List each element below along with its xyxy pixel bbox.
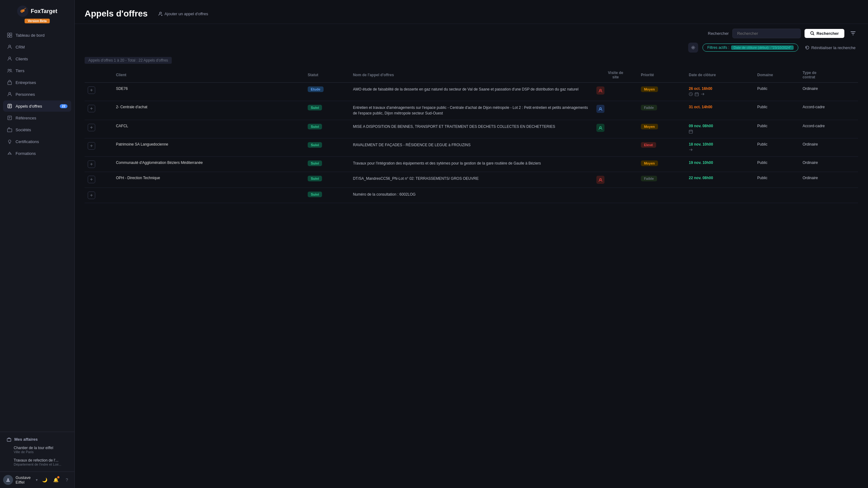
theme-toggle-button[interactable]: 🌙: [40, 476, 49, 484]
foxtarget-logo-icon: [17, 6, 28, 17]
date-value: 31 oct. 14h00: [689, 105, 712, 109]
sidebar-item-label: Tableau de bord: [16, 33, 44, 38]
cell-statut: Suivi: [305, 138, 350, 157]
table-row[interactable]: +CAFCLSuiviMISE A DISPOSITION DE BENNES,…: [85, 120, 858, 138]
table-row[interactable]: +SDE76EtudeAMO étude de faisabilité de l…: [85, 83, 858, 101]
cell-domaine: Public: [754, 83, 800, 101]
filter-active-label: Filtres actifs :: [707, 45, 729, 50]
cell-type: Ordinaire: [800, 138, 858, 157]
help-button[interactable]: ?: [63, 476, 71, 484]
statut-badge: Suivi: [308, 142, 322, 148]
row-add-button[interactable]: +: [88, 161, 95, 168]
sidebar-item-personnes[interactable]: Personnes: [3, 89, 71, 100]
cell-statut: Suivi: [305, 172, 350, 188]
search-button[interactable]: Rechercher: [805, 29, 844, 38]
table-row[interactable]: +2- Centrale d'achatSuiviEntretien et tr…: [85, 101, 858, 120]
main-content: Appels d'offres Ajouter un appel d'offre…: [75, 0, 868, 488]
sidebar-item-tableau-de-bord[interactable]: Tableau de bord: [3, 30, 71, 41]
formations-icon: [7, 151, 12, 156]
cell-priorite: Elevé: [638, 138, 686, 157]
statut-badge: Suivi: [308, 124, 322, 129]
cell-date: 22 nov. 08h00: [686, 172, 754, 188]
affair-title: Travaux de refection de l'...: [14, 458, 67, 462]
svg-point-7: [9, 57, 10, 59]
notification-bell-icon[interactable]: 🔔: [51, 476, 60, 484]
cell-client: CAFCL: [113, 120, 305, 138]
affair-subtitle: Département de l'indre et Loir...: [14, 462, 67, 466]
entreprises-icon: [7, 79, 12, 85]
sidebar-item-appels-doffres[interactable]: Appels d'offres 22: [3, 100, 71, 112]
svg-rect-10: [8, 82, 11, 85]
version-badge: Version Beta: [25, 19, 50, 23]
cell-domaine: Public: [754, 157, 800, 172]
cell-nom: Entretien et travaux d'aménagements sur …: [350, 101, 593, 120]
sidebar-item-societes[interactable]: Sociétés: [3, 124, 71, 135]
sidebar-item-clients[interactable]: Clients: [3, 53, 71, 64]
sidebar-item-formations[interactable]: Formations: [3, 148, 71, 159]
sidebar-item-label: Appels d'offres: [16, 104, 42, 108]
col-priorite: Priorité: [638, 67, 686, 83]
svg-rect-4: [7, 35, 9, 37]
sidebar-item-tiers[interactable]: Tiers: [3, 65, 71, 76]
cell-statut: Etude: [305, 83, 350, 101]
date-value: 19 nov. 10h00: [689, 161, 713, 165]
sidebar-item-entreprises[interactable]: Entreprises: [3, 77, 71, 88]
row-add-button[interactable]: +: [88, 124, 95, 131]
row-add-button[interactable]: +: [88, 87, 95, 94]
affair-title: Chantier de la tour eiffel: [14, 446, 67, 450]
table-row[interactable]: +OPH - Direction TechniqueSuiviDT/SA_Man…: [85, 172, 858, 188]
cell-client: SDE76: [113, 83, 305, 101]
cell-type: Ordinaire: [800, 157, 858, 172]
affair-item-1[interactable]: Travaux de refection de l'... Départemen…: [3, 456, 71, 468]
date-value: 18 nov. 10h00: [689, 142, 713, 147]
sidebar-item-crm[interactable]: CRM: [3, 41, 71, 53]
table-row[interactable]: +Communauté d'Agglomération Béziers Médi…: [85, 157, 858, 172]
row-add-button[interactable]: +: [88, 105, 95, 112]
sidebar-item-references[interactable]: Références: [3, 112, 71, 124]
sidebar: FoxTarget Version Beta Tableau de bord C…: [0, 0, 75, 488]
table-count: Appels d'offres 1 à 20 - Total : 22 Appe…: [85, 57, 172, 64]
cell-type: [800, 188, 858, 203]
cell-domaine: Public: [754, 172, 800, 188]
table-container: Appels d'offres 1 à 20 - Total : 22 Appe…: [75, 57, 868, 488]
svg-rect-2: [7, 33, 9, 35]
col-statut: Statut: [305, 67, 350, 83]
svg-rect-13: [7, 129, 12, 132]
personnes-icon: [7, 92, 12, 97]
cell-statut: Suivi: [305, 101, 350, 120]
cell-date: 18 nov. 10h00: [686, 138, 754, 157]
table-row[interactable]: +Patrimoine SA LanguedocienneSuiviRAVALE…: [85, 138, 858, 157]
statut-badge: Suivi: [308, 105, 322, 110]
cell-client: [113, 188, 305, 203]
crm-icon: [7, 44, 12, 50]
search-input[interactable]: [732, 29, 801, 38]
appels-table: Client Statut Nom de l'appel d'offres Vi…: [85, 67, 858, 203]
sidebar-item-certifications[interactable]: Certifications: [3, 136, 71, 147]
reset-icon: [805, 45, 809, 50]
svg-rect-15: [7, 438, 11, 441]
reset-search-button[interactable]: Réinitialiser la recherche: [803, 44, 858, 51]
statut-badge: Etude: [308, 87, 323, 92]
affair-item-0[interactable]: Chantier de la tour eiffel Ville de Pari…: [3, 444, 71, 456]
briefcase-icon: [7, 437, 11, 442]
filter-settings-button[interactable]: [688, 43, 698, 53]
date-value: 26 oct. 16h00: [689, 87, 712, 91]
add-appel-button[interactable]: Ajouter un appel d'offres: [155, 10, 211, 18]
col-type: Type decontrat: [800, 67, 858, 83]
table-row[interactable]: +SuiviNuméro de la consultation : 6002LO…: [85, 188, 858, 203]
references-icon: [7, 115, 12, 121]
filter-icon-button[interactable]: [848, 28, 858, 38]
cell-client: Patrimoine SA Languedocienne: [113, 138, 305, 157]
cell-nom: DT/SA_MandresCC56_PN-Lot n° 02: TERRASSE…: [350, 172, 593, 188]
row-add-button[interactable]: +: [88, 176, 95, 183]
tiers-icon: [7, 68, 12, 73]
sidebar-item-label: Clients: [16, 57, 28, 61]
row-add-button[interactable]: +: [88, 192, 95, 199]
search-label: Rechercher: [708, 31, 728, 36]
sidebar-item-label: Références: [16, 116, 36, 120]
cell-nom: RAVALEMENT DE FAÇADES - RÉSIDENCE DE LEG…: [350, 138, 593, 157]
row-add-button[interactable]: +: [88, 142, 95, 150]
priorite-badge: Moyen: [641, 161, 658, 166]
chevron-down-icon[interactable]: ▾: [36, 478, 38, 482]
cell-type: Accord-cadre: [800, 120, 858, 138]
